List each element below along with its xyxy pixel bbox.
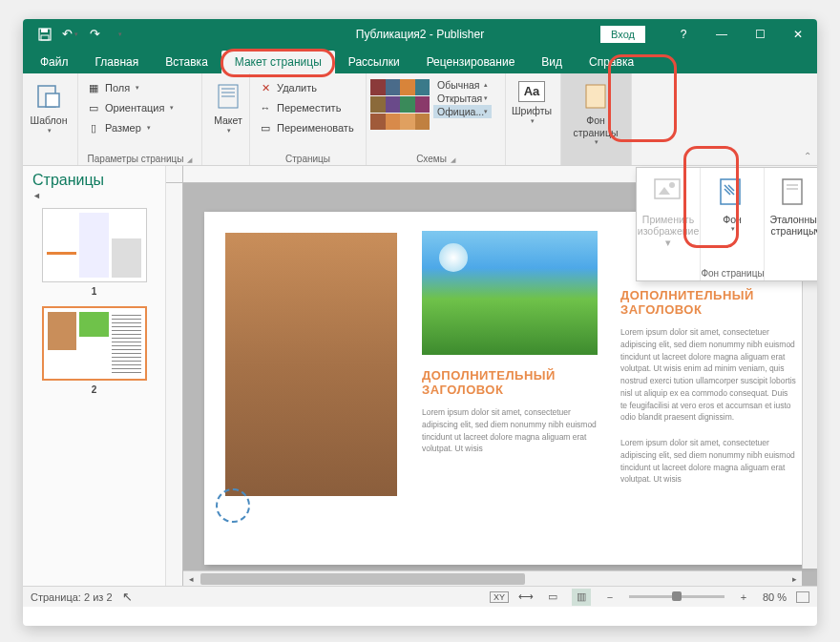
orientation-icon: ▭ [86,100,101,115]
ribbon: Шаблон▾ ▦Поля▾ ▭Ориентация▾ ▯Размер▾ Пар… [23,73,817,166]
sidebar-collapse-icon[interactable]: ◄ [32,191,156,200]
pages-sidebar: Страницы ◄ 1 2 [23,166,166,586]
qat-customize-icon[interactable]: ▾ [109,24,130,45]
delete-button[interactable]: ✕Удалить [254,78,362,97]
fonts-button[interactable]: Aa Шрифты▾ [510,75,554,125]
template-icon [33,81,64,112]
svg-rect-4 [46,93,59,107]
login-button[interactable]: Вход [600,26,645,43]
apply-image-button: Применить изображение ▾ [637,168,701,280]
horizontal-scrollbar[interactable]: ◂ ▸ [183,570,802,586]
dropdown-group-label: Фон страницы [637,268,817,279]
master-pages-button[interactable]: Эталонные страницы▾ [765,168,817,280]
placeholder-circle[interactable] [216,488,250,523]
delete-icon: ✕ [258,80,273,95]
maximize-icon[interactable]: ☐ [741,19,779,49]
size-button[interactable]: ▯Размер▾ [82,118,198,137]
document-heading-1[interactable]: ДОПОЛНИТЕЛЬНЫЙ ЗАГОЛОВОК [422,368,598,397]
minimize-icon[interactable]: — [703,19,741,49]
tab-help[interactable]: Справка [576,51,647,73]
zoom-out-button[interactable]: − [600,589,620,606]
move-icon: ↔ [258,100,273,115]
background-dropdown: Применить изображение ▾ Фон ▾ Эталонные … [636,167,817,281]
layout-icon [213,81,243,112]
tab-mailings[interactable]: Рассылки [335,51,413,73]
layout-button[interactable]: Макет▾ [206,75,250,135]
scroll-right-icon[interactable]: ▸ [787,571,802,587]
margins-icon: ▦ [86,80,101,95]
margins-button[interactable]: ▦Поля▾ [82,78,198,97]
zoom-fit-icon[interactable] [796,591,809,603]
status-dimensions-icon: ⟷ [518,590,534,603]
tab-review[interactable]: Рецензирование [413,51,529,73]
template-button[interactable]: Шаблон▾ [27,75,71,135]
collapse-ribbon-icon[interactable]: ⌃ [804,151,811,161]
page-thumbnail-1[interactable] [42,208,147,282]
status-page[interactable]: Страница: 2 из 2 [31,591,113,603]
svg-rect-2 [41,35,49,40]
document-text-3[interactable]: Lorem ipsum dolor sit amet, consectetuer… [620,437,796,486]
titlebar: ↶▾ ↷ ▾ Публикация2 - Publisher Вход ? — … [23,19,817,49]
view-single-icon[interactable]: ▭ [543,589,562,606]
page-thumbnail-2[interactable] [42,306,147,381]
scheme-open[interactable]: Открытая▾ [433,92,492,105]
sidebar-title: Страницы [32,172,156,189]
group-pages: Страницы [250,154,366,164]
status-indicator: XY [490,591,509,603]
page-background-button[interactable]: Фон страницы▾ [565,75,626,147]
tab-home[interactable]: Главная [82,51,153,73]
rename-button[interactable]: ▭Переименовать [254,118,362,137]
svg-rect-9 [586,85,605,108]
zoom-slider[interactable] [629,595,724,598]
tab-page-layout[interactable]: Макет страницы [221,51,335,73]
tab-file[interactable]: Файл [27,51,82,73]
fonts-icon: Aa [518,81,545,102]
page-number-1: 1 [32,286,156,297]
scheme-official[interactable]: Официа...▾ [433,105,492,118]
scroll-left-icon[interactable]: ◂ [183,571,199,587]
window-title: Публикация2 - Publisher [356,28,484,41]
tab-view[interactable]: Вид [528,51,576,73]
close-icon[interactable]: ✕ [779,19,817,49]
statusbar: Страница: 2 из 2 ↖ XY ⟷ ▭ ▥ − + 80 % [23,586,817,607]
tab-insert[interactable]: Вставка [152,51,221,73]
view-spread-icon[interactable]: ▥ [572,589,591,606]
undo-icon[interactable]: ↶▾ [59,24,80,45]
document-image-1[interactable] [223,231,399,498]
master-pages-icon [781,177,811,208]
document-text-1[interactable]: Lorem ipsum dolor sit amet, consectetuer… [422,406,598,455]
rename-icon: ▭ [258,120,273,135]
page-number-2: 2 [32,384,156,395]
apply-image-icon [653,177,683,208]
orientation-button[interactable]: ▭Ориентация▾ [82,98,198,117]
zoom-in-button[interactable]: + [734,589,753,606]
move-button[interactable]: ↔Переместить [254,98,362,117]
size-icon: ▯ [86,120,101,135]
zoom-value[interactable]: 80 % [763,591,787,603]
document-text-2[interactable]: Lorem ipsum dolor sit amet, consectetuer… [620,326,796,424]
dropdown-background-icon [717,177,747,208]
ribbon-tabs: Файл Главная Вставка Макет страницы Расс… [23,49,817,73]
svg-rect-10 [655,179,680,198]
ruler-corner [166,166,183,183]
document-heading-2[interactable]: ДОПОЛНИТЕЛЬНЫЙ ЗАГОЛОВОК [620,288,796,317]
group-page-params: Параметры страницы [78,154,201,164]
help-icon[interactable]: ? [664,19,703,49]
group-schemes: Схемы [367,154,505,164]
ruler-vertical[interactable] [166,183,183,586]
scroll-thumb[interactable] [200,573,525,585]
dropdown-background-button[interactable]: Фон ▾ [701,168,765,280]
svg-point-12 [669,182,675,188]
document-image-2[interactable] [422,231,598,355]
svg-marker-11 [659,187,670,195]
save-icon[interactable] [34,24,55,45]
svg-rect-1 [41,29,48,32]
svg-rect-14 [783,179,802,204]
color-scheme-gallery[interactable] [370,79,430,133]
cursor-icon: ↖ [122,590,133,604]
redo-icon[interactable]: ↷ [84,24,105,45]
page-background-icon [580,81,611,112]
scheme-normal[interactable]: Обычная▴ [433,78,492,92]
